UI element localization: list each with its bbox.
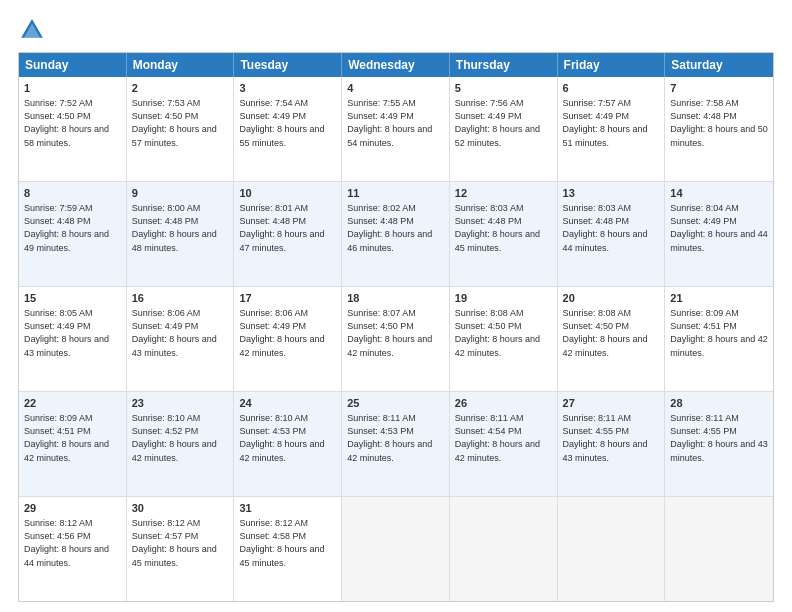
day-number: 13 [563, 186, 660, 201]
calendar-cell: 14Sunrise: 8:04 AMSunset: 4:49 PMDayligh… [665, 182, 773, 286]
day-number: 3 [239, 81, 336, 96]
calendar-cell: 19Sunrise: 8:08 AMSunset: 4:50 PMDayligh… [450, 287, 558, 391]
calendar-cell: 25Sunrise: 8:11 AMSunset: 4:53 PMDayligh… [342, 392, 450, 496]
calendar-cell: 21Sunrise: 8:09 AMSunset: 4:51 PMDayligh… [665, 287, 773, 391]
sun-info: Sunrise: 7:52 AMSunset: 4:50 PMDaylight:… [24, 97, 121, 149]
day-number: 2 [132, 81, 229, 96]
weekday-header: Friday [558, 53, 666, 77]
calendar-row: 1Sunrise: 7:52 AMSunset: 4:50 PMDaylight… [19, 77, 773, 181]
day-number: 27 [563, 396, 660, 411]
sun-info: Sunrise: 7:55 AMSunset: 4:49 PMDaylight:… [347, 97, 444, 149]
day-number: 14 [670, 186, 768, 201]
sun-info: Sunrise: 8:08 AMSunset: 4:50 PMDaylight:… [455, 307, 552, 359]
sun-info: Sunrise: 8:09 AMSunset: 4:51 PMDaylight:… [24, 412, 121, 464]
calendar-cell: 12Sunrise: 8:03 AMSunset: 4:48 PMDayligh… [450, 182, 558, 286]
calendar-cell: 4Sunrise: 7:55 AMSunset: 4:49 PMDaylight… [342, 77, 450, 181]
calendar-cell: 7Sunrise: 7:58 AMSunset: 4:48 PMDaylight… [665, 77, 773, 181]
day-number: 28 [670, 396, 768, 411]
day-number: 7 [670, 81, 768, 96]
calendar-cell: 31Sunrise: 8:12 AMSunset: 4:58 PMDayligh… [234, 497, 342, 601]
calendar-cell: 17Sunrise: 8:06 AMSunset: 4:49 PMDayligh… [234, 287, 342, 391]
sun-info: Sunrise: 8:02 AMSunset: 4:48 PMDaylight:… [347, 202, 444, 254]
sun-info: Sunrise: 8:12 AMSunset: 4:56 PMDaylight:… [24, 517, 121, 569]
day-number: 26 [455, 396, 552, 411]
calendar-cell: 1Sunrise: 7:52 AMSunset: 4:50 PMDaylight… [19, 77, 127, 181]
sun-info: Sunrise: 8:07 AMSunset: 4:50 PMDaylight:… [347, 307, 444, 359]
calendar-row: 15Sunrise: 8:05 AMSunset: 4:49 PMDayligh… [19, 286, 773, 391]
calendar-cell: 15Sunrise: 8:05 AMSunset: 4:49 PMDayligh… [19, 287, 127, 391]
calendar-cell [342, 497, 450, 601]
day-number: 19 [455, 291, 552, 306]
sun-info: Sunrise: 7:53 AMSunset: 4:50 PMDaylight:… [132, 97, 229, 149]
calendar-cell: 5Sunrise: 7:56 AMSunset: 4:49 PMDaylight… [450, 77, 558, 181]
calendar-cell: 28Sunrise: 8:11 AMSunset: 4:55 PMDayligh… [665, 392, 773, 496]
weekday-header: Monday [127, 53, 235, 77]
sun-info: Sunrise: 8:11 AMSunset: 4:54 PMDaylight:… [455, 412, 552, 464]
sun-info: Sunrise: 7:56 AMSunset: 4:49 PMDaylight:… [455, 97, 552, 149]
sun-info: Sunrise: 7:59 AMSunset: 4:48 PMDaylight:… [24, 202, 121, 254]
logo-icon [18, 16, 46, 44]
day-number: 12 [455, 186, 552, 201]
sun-info: Sunrise: 8:08 AMSunset: 4:50 PMDaylight:… [563, 307, 660, 359]
sun-info: Sunrise: 8:06 AMSunset: 4:49 PMDaylight:… [132, 307, 229, 359]
calendar-cell: 20Sunrise: 8:08 AMSunset: 4:50 PMDayligh… [558, 287, 666, 391]
sun-info: Sunrise: 8:09 AMSunset: 4:51 PMDaylight:… [670, 307, 768, 359]
sun-info: Sunrise: 7:54 AMSunset: 4:49 PMDaylight:… [239, 97, 336, 149]
day-number: 6 [563, 81, 660, 96]
calendar-cell: 30Sunrise: 8:12 AMSunset: 4:57 PMDayligh… [127, 497, 235, 601]
day-number: 11 [347, 186, 444, 201]
calendar-cell: 6Sunrise: 7:57 AMSunset: 4:49 PMDaylight… [558, 77, 666, 181]
sun-info: Sunrise: 8:04 AMSunset: 4:49 PMDaylight:… [670, 202, 768, 254]
sun-info: Sunrise: 8:12 AMSunset: 4:58 PMDaylight:… [239, 517, 336, 569]
calendar-cell: 29Sunrise: 8:12 AMSunset: 4:56 PMDayligh… [19, 497, 127, 601]
sun-info: Sunrise: 8:12 AMSunset: 4:57 PMDaylight:… [132, 517, 229, 569]
page: SundayMondayTuesdayWednesdayThursdayFrid… [0, 0, 792, 612]
weekday-header: Thursday [450, 53, 558, 77]
sun-info: Sunrise: 8:03 AMSunset: 4:48 PMDaylight:… [563, 202, 660, 254]
weekday-header: Wednesday [342, 53, 450, 77]
weekday-header: Saturday [665, 53, 773, 77]
sun-info: Sunrise: 7:58 AMSunset: 4:48 PMDaylight:… [670, 97, 768, 149]
calendar-cell: 22Sunrise: 8:09 AMSunset: 4:51 PMDayligh… [19, 392, 127, 496]
day-number: 20 [563, 291, 660, 306]
day-number: 5 [455, 81, 552, 96]
calendar-row: 29Sunrise: 8:12 AMSunset: 4:56 PMDayligh… [19, 496, 773, 601]
sun-info: Sunrise: 8:11 AMSunset: 4:55 PMDaylight:… [670, 412, 768, 464]
calendar-cell: 24Sunrise: 8:10 AMSunset: 4:53 PMDayligh… [234, 392, 342, 496]
sun-info: Sunrise: 8:03 AMSunset: 4:48 PMDaylight:… [455, 202, 552, 254]
day-number: 8 [24, 186, 121, 201]
day-number: 25 [347, 396, 444, 411]
calendar-cell: 13Sunrise: 8:03 AMSunset: 4:48 PMDayligh… [558, 182, 666, 286]
calendar-cell [450, 497, 558, 601]
day-number: 29 [24, 501, 121, 516]
calendar-row: 8Sunrise: 7:59 AMSunset: 4:48 PMDaylight… [19, 181, 773, 286]
header [18, 16, 774, 44]
sun-info: Sunrise: 8:06 AMSunset: 4:49 PMDaylight:… [239, 307, 336, 359]
calendar-cell: 8Sunrise: 7:59 AMSunset: 4:48 PMDaylight… [19, 182, 127, 286]
calendar-cell: 11Sunrise: 8:02 AMSunset: 4:48 PMDayligh… [342, 182, 450, 286]
calendar: SundayMondayTuesdayWednesdayThursdayFrid… [18, 52, 774, 602]
day-number: 30 [132, 501, 229, 516]
day-number: 31 [239, 501, 336, 516]
calendar-header: SundayMondayTuesdayWednesdayThursdayFrid… [19, 53, 773, 77]
calendar-cell: 18Sunrise: 8:07 AMSunset: 4:50 PMDayligh… [342, 287, 450, 391]
day-number: 9 [132, 186, 229, 201]
calendar-cell: 16Sunrise: 8:06 AMSunset: 4:49 PMDayligh… [127, 287, 235, 391]
calendar-cell [558, 497, 666, 601]
day-number: 16 [132, 291, 229, 306]
calendar-body: 1Sunrise: 7:52 AMSunset: 4:50 PMDaylight… [19, 77, 773, 601]
calendar-cell: 27Sunrise: 8:11 AMSunset: 4:55 PMDayligh… [558, 392, 666, 496]
calendar-cell: 26Sunrise: 8:11 AMSunset: 4:54 PMDayligh… [450, 392, 558, 496]
day-number: 24 [239, 396, 336, 411]
weekday-header: Sunday [19, 53, 127, 77]
calendar-cell: 2Sunrise: 7:53 AMSunset: 4:50 PMDaylight… [127, 77, 235, 181]
sun-info: Sunrise: 7:57 AMSunset: 4:49 PMDaylight:… [563, 97, 660, 149]
weekday-header: Tuesday [234, 53, 342, 77]
logo [18, 16, 50, 44]
calendar-cell: 10Sunrise: 8:01 AMSunset: 4:48 PMDayligh… [234, 182, 342, 286]
calendar-cell: 23Sunrise: 8:10 AMSunset: 4:52 PMDayligh… [127, 392, 235, 496]
sun-info: Sunrise: 8:00 AMSunset: 4:48 PMDaylight:… [132, 202, 229, 254]
day-number: 22 [24, 396, 121, 411]
day-number: 21 [670, 291, 768, 306]
sun-info: Sunrise: 8:11 AMSunset: 4:55 PMDaylight:… [563, 412, 660, 464]
